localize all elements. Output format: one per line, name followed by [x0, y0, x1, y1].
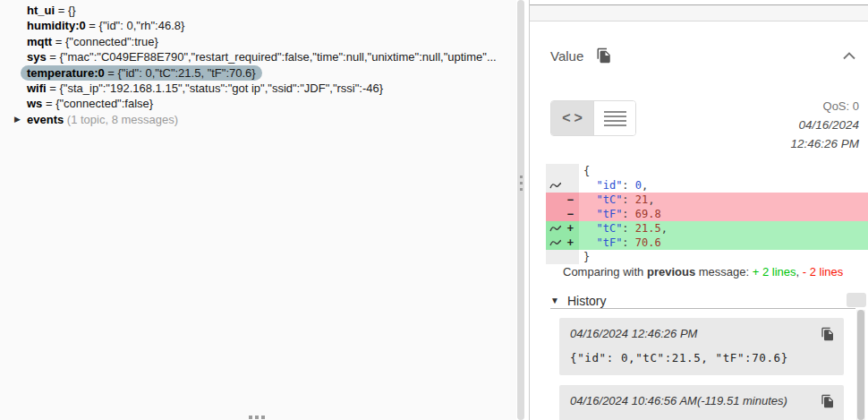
diff-line: + "tC": 21.5,	[546, 221, 868, 236]
topic-row[interactable]: mqtt = {"connected":true}	[0, 34, 516, 49]
history-title: History	[567, 294, 607, 308]
history-entry: 04/16/2024 12:46:26 PM {"id": 0,"tC":21.…	[559, 318, 844, 375]
value-panel: Value <> QoS: 0 04/16/2024 12:46:26 PM	[529, 0, 868, 420]
diff-code: "id": 0,	[579, 178, 868, 193]
topic-row[interactable]: humidity:0 = {"id": 0,"rh":46.8}	[0, 18, 516, 33]
copy-icon	[596, 47, 612, 64]
topic-name: ht_ui	[27, 4, 55, 17]
json-value: 69.8	[635, 208, 661, 220]
plot-value-icon[interactable]	[549, 224, 562, 233]
diff-summary: Comparing with previous message: + 2 lin…	[563, 265, 843, 279]
diff-gutter: +	[546, 221, 579, 236]
diff-gutter	[546, 250, 579, 264]
history-timestamp: 04/16/2024 12:46:26 PM	[570, 327, 833, 340]
diff-code: "tF": 70.6	[579, 236, 868, 250]
topic-entry: events (1 topic, 8 messages)	[21, 112, 184, 127]
copy-history-button[interactable]	[821, 394, 835, 408]
copy-history-button[interactable]	[821, 327, 835, 341]
scrollbar-cap[interactable]	[847, 293, 866, 307]
list-view-icon	[604, 108, 626, 129]
message-date: 04/16/2024	[790, 116, 859, 134]
json-value: 21.5	[635, 222, 661, 235]
copy-icon	[821, 394, 835, 408]
history-payload: {"id": 0,"tC":21.5, "tF":70.6}	[570, 351, 833, 364]
history-scrollbar[interactable]	[856, 310, 865, 420]
topic-meta: (1 topic, 8 messages)	[64, 113, 178, 126]
json-key: "tC"	[596, 193, 622, 206]
diff-line: }	[546, 250, 868, 264]
topic-row[interactable]: ht_ui = {}	[0, 3, 516, 18]
topic-row[interactable]: wifi = {"sta_ip":"192.168.1.15","status"…	[0, 81, 516, 96]
topic-entry: ht_ui = {}	[21, 3, 82, 18]
topic-entry: humidity:0 = {"id": 0,"rh":46.8}	[21, 18, 191, 33]
topic-value: = {"connected":false}	[42, 97, 153, 110]
topic-value: = {"id": 0,"rh":46.8}	[86, 19, 185, 32]
diff-line: + "tF": 70.6	[546, 236, 868, 250]
qos-label: QoS: 0	[790, 97, 859, 116]
topic-name: temperature:0	[27, 66, 105, 80]
chevron-up-icon	[842, 51, 856, 60]
diff-line: "id": 0,	[546, 178, 868, 193]
topic-name: mqtt	[27, 35, 52, 48]
json-key: "tF"	[596, 208, 622, 220]
code-view-icon: <>	[558, 110, 586, 126]
topic-entry: sys = {"mac":"C049EF88E790","restart_req…	[21, 49, 503, 64]
splitter-grip-icon	[520, 176, 523, 191]
topic-value: = {"mac":"C049EF88E790","restart_require…	[47, 50, 497, 64]
diff-sign: −	[567, 193, 574, 207]
topic-tree: ht_ui = {} humidity:0 = {"id": 0,"rh":46…	[0, 0, 516, 127]
topic-row[interactable]: temperature:0 = {"id": 0,"tC":21.5, "tF"…	[0, 65, 516, 81]
expand-arrow-icon[interactable]: ▶	[14, 112, 21, 127]
diff-view-button[interactable]: <>	[551, 101, 593, 135]
topic-value: = {}	[55, 4, 76, 17]
diff-code: "tF": 69.8	[579, 207, 868, 221]
diff-gutter: −	[546, 193, 579, 207]
copy-value-button[interactable]	[596, 47, 612, 64]
collapse-value-button[interactable]	[842, 51, 856, 60]
value-title: Value	[550, 48, 583, 64]
horizontal-splitter-grip[interactable]	[249, 416, 265, 419]
topic-value: = {"sta_ip":"192.168.1.15","status":"got…	[47, 81, 383, 95]
topic-name: sys	[27, 50, 47, 64]
diff-line: − "tF": 69.8	[546, 207, 868, 221]
mqtt-explorer-app: ht_ui = {} humidity:0 = {"id": 0,"rh":46…	[0, 0, 868, 420]
scrollbar-thumb[interactable]	[857, 310, 864, 420]
topic-name: wifi	[27, 81, 47, 95]
topic-entry: mqtt = {"connected":true}	[21, 34, 165, 49]
json-value: 21	[635, 193, 648, 206]
diff-sign: +	[567, 221, 574, 236]
plot-value-icon[interactable]	[549, 238, 562, 247]
json-key: "id"	[596, 179, 622, 192]
diff-sign: +	[567, 236, 574, 250]
diff-line: − "tC": 21,	[546, 193, 868, 207]
topic-entry: wifi = {"sta_ip":"192.168.1.15","status"…	[21, 81, 389, 96]
topic-name: ws	[27, 97, 42, 110]
diff-line: {	[546, 164, 868, 178]
message-time: 12:46:26 PM	[790, 134, 859, 153]
diff-code: "tC": 21,	[579, 193, 868, 207]
history-section-header[interactable]: ▼ History	[550, 293, 855, 309]
topic-row[interactable]: ws = {"connected":false}	[0, 96, 516, 111]
copy-icon	[821, 327, 835, 341]
topic-row[interactable]: ▶ events (1 topic, 8 messages)	[0, 112, 516, 127]
diff-code: "tC": 21.5,	[579, 221, 868, 236]
history-list: 04/16/2024 12:46:26 PM {"id": 0,"tC":21.…	[559, 318, 844, 420]
topic-row[interactable]: sys = {"mac":"C049EF88E790","restart_req…	[0, 49, 516, 64]
history-entry: 04/16/2024 10:46:56 AM(-119.51 minutes) …	[559, 385, 844, 420]
collapse-triangle-icon: ▼	[550, 296, 559, 305]
topic-value: = {"id": 0,"tC":21.5, "tF":70.6}	[105, 66, 256, 80]
raw-view-button[interactable]	[593, 101, 635, 135]
panel-splitter[interactable]	[517, 0, 524, 420]
diff-code: {	[579, 164, 868, 178]
collapsed-section-strip[interactable]	[530, 4, 868, 21]
history-timestamp: 04/16/2024 10:46:56 AM(-119.51 minutes)	[570, 394, 833, 407]
topic-tree-panel: ht_ui = {} humidity:0 = {"id": 0,"rh":46…	[0, 0, 516, 420]
json-key: "tC"	[596, 222, 622, 235]
diff-gutter	[546, 164, 579, 178]
json-value: 0	[635, 179, 642, 192]
plot-value-icon[interactable]	[549, 181, 562, 190]
value-section-header: Value	[550, 47, 612, 64]
diff-gutter: +	[546, 236, 579, 250]
diff-gutter: −	[546, 207, 579, 221]
json-value: 70.6	[635, 236, 661, 249]
